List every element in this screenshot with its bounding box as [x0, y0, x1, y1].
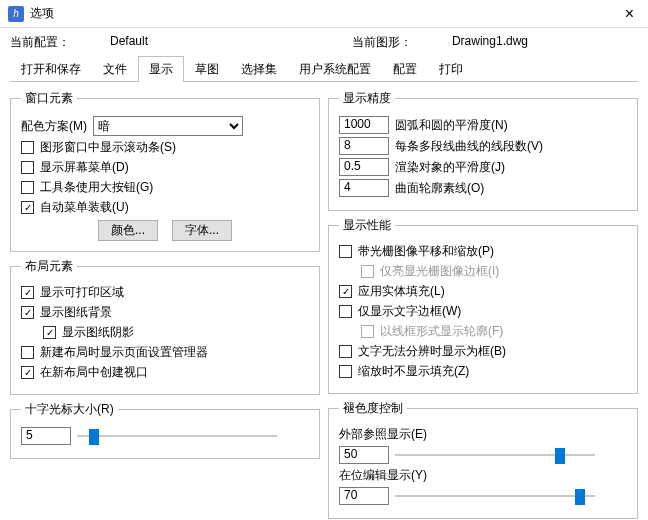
- display-precision-group: 显示精度 1000圆弧和圆的平滑度(N) 8每条多段线曲线的线段数(V) 0.5…: [328, 90, 638, 211]
- font-button[interactable]: 字体...: [172, 220, 232, 241]
- cb-text-unresolved[interactable]: [339, 345, 352, 358]
- crosshair-slider[interactable]: [77, 427, 277, 445]
- cb-raster-pan[interactable]: [339, 245, 352, 258]
- cb-no-fill-zoom[interactable]: [339, 365, 352, 378]
- cb-new-viewport[interactable]: [21, 366, 34, 379]
- tab-文件[interactable]: 文件: [92, 56, 138, 82]
- color-scheme-select[interactable]: 暗: [93, 116, 243, 136]
- inplace-fade-label: 在位编辑显示(Y): [339, 467, 427, 484]
- display-performance-group: 显示性能 带光栅图像平移和缩放(P) 仅亮显光栅图像边框(I) 应用实体填充(L…: [328, 217, 638, 394]
- crosshair-label: 十字光标大小(R): [21, 401, 118, 418]
- tab-显示[interactable]: 显示: [138, 56, 184, 82]
- cb-page-setup[interactable]: [21, 346, 34, 359]
- cb-auto-menu[interactable]: [21, 201, 34, 214]
- current-config-value: Default: [110, 34, 148, 51]
- color-button[interactable]: 颜色...: [98, 220, 158, 241]
- window-elements-legend: 窗口元素: [21, 90, 77, 107]
- display-performance-legend: 显示性能: [339, 217, 395, 234]
- cb-solid-fill[interactable]: [339, 285, 352, 298]
- cb-scrollbars[interactable]: [21, 141, 34, 154]
- cb-highlight-raster: [361, 265, 374, 278]
- contour-input[interactable]: 4: [339, 179, 389, 197]
- layout-elements-group: 布局元素 显示可打印区域 显示图纸背景 显示图纸阴影 新建布局时显示页面设置管理…: [10, 258, 320, 395]
- close-icon[interactable]: ×: [619, 5, 640, 23]
- cb-large-buttons[interactable]: [21, 181, 34, 194]
- fade-control-group: 褪色度控制 外部参照显示(E) 50 在位编辑显示(Y) 70: [328, 400, 638, 519]
- display-precision-legend: 显示精度: [339, 90, 395, 107]
- cb-printable[interactable]: [21, 286, 34, 299]
- tab-选择集[interactable]: 选择集: [230, 56, 288, 82]
- tab-用户系统配置[interactable]: 用户系统配置: [288, 56, 382, 82]
- cb-paper-bg[interactable]: [21, 306, 34, 319]
- current-config-label: 当前配置：: [10, 34, 70, 51]
- cb-screen-menu[interactable]: [21, 161, 34, 174]
- fade-control-legend: 褪色度控制: [339, 400, 407, 417]
- seg-count-input[interactable]: 8: [339, 137, 389, 155]
- xref-fade-slider[interactable]: [395, 446, 595, 464]
- cb-wireframe-sil: [361, 325, 374, 338]
- inplace-fade-slider[interactable]: [395, 487, 595, 505]
- xref-fade-input[interactable]: 50: [339, 446, 389, 464]
- render-smooth-input[interactable]: 0.5: [339, 158, 389, 176]
- tab-打开和保存[interactable]: 打开和保存: [10, 56, 92, 82]
- current-drawing-value: Drawing1.dwg: [452, 34, 528, 51]
- tab-草图[interactable]: 草图: [184, 56, 230, 82]
- window-title: 选项: [30, 5, 54, 22]
- current-drawing-label: 当前图形：: [352, 34, 412, 51]
- crosshair-input[interactable]: 5: [21, 427, 71, 445]
- xref-fade-label: 外部参照显示(E): [339, 426, 427, 443]
- tab-配置[interactable]: 配置: [382, 56, 428, 82]
- window-elements-group: 窗口元素 配色方案(M) 暗 图形窗口中显示滚动条(S) 显示屏幕菜单(D) 工…: [10, 90, 320, 252]
- cb-paper-shadow[interactable]: [43, 326, 56, 339]
- arc-smooth-input[interactable]: 1000: [339, 116, 389, 134]
- inplace-fade-input[interactable]: 70: [339, 487, 389, 505]
- crosshair-group: 十字光标大小(R) 5: [10, 401, 320, 459]
- color-scheme-label: 配色方案(M): [21, 118, 87, 135]
- tab-打印[interactable]: 打印: [428, 56, 474, 82]
- app-icon: h: [8, 6, 24, 22]
- layout-elements-legend: 布局元素: [21, 258, 77, 275]
- cb-text-frame[interactable]: [339, 305, 352, 318]
